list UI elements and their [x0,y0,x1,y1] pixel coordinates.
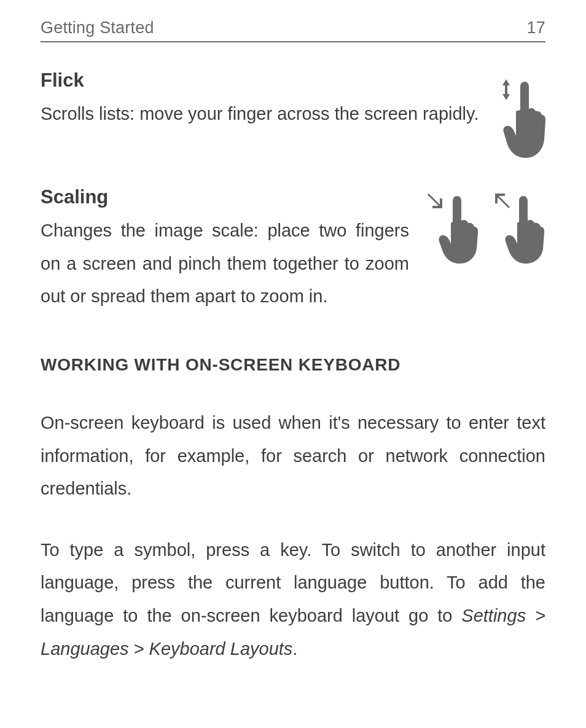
gesture-scaling-title: Scaling [41,186,409,208]
pinch-out-hand-icon [490,190,545,264]
gesture-flick-graphic [498,69,545,159]
keyboard-paragraph-2-tail: . [292,639,297,659]
gesture-flick-title: Flick [41,69,483,92]
gesture-flick: Flick Scrolls lists: move your finger ac… [41,69,545,159]
keyboard-paragraph-2: To type a symbol, press a key. To switch… [41,534,545,666]
gesture-scaling-text: Scaling Changes the image scale: place t… [41,186,409,313]
gesture-scaling: Scaling Changes the image scale: place t… [41,186,545,313]
section-heading-keyboard: WORKING WITH ON-SCREEN KEYBOARD [41,355,545,375]
running-head: Getting Started 17 [41,18,545,42]
gesture-scaling-description: Changes the image scale: place two finge… [41,214,409,313]
gesture-flick-description: Scrolls lists: move your finger across t… [41,98,483,131]
page-number: 17 [527,18,545,37]
page: Getting Started 17 Flick Scrolls lists: … [0,0,586,702]
flick-hand-icon [498,73,545,159]
gesture-scaling-graphic [424,186,545,264]
gesture-flick-text: Flick Scrolls lists: move your finger ac… [41,69,483,131]
keyboard-paragraph-1: On-screen keyboard is used when it's nec… [41,407,545,506]
running-head-section: Getting Started [41,18,154,37]
pinch-in-hand-icon [424,190,479,264]
